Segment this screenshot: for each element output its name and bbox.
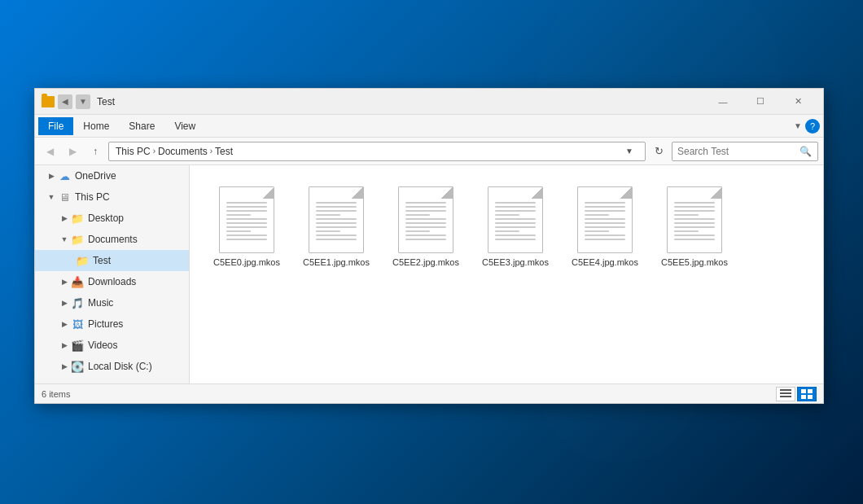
sidebar-item-test[interactable]: 📁 Test bbox=[35, 250, 189, 271]
view-toggle bbox=[776, 387, 817, 401]
menu-tab-file[interactable]: File bbox=[38, 117, 73, 135]
file-thumb-1 bbox=[309, 186, 364, 253]
tile-view-button[interactable] bbox=[797, 387, 817, 401]
sidebar-label-test: Test bbox=[93, 255, 111, 266]
sidebar-item-documents[interactable]: ▼ 📁 Documents bbox=[35, 229, 189, 250]
doc-lines-4 bbox=[585, 202, 625, 243]
file-thumb-0 bbox=[219, 186, 274, 253]
sidebar-label-desktop: Desktop bbox=[88, 213, 124, 224]
doc-lines-1 bbox=[316, 202, 357, 243]
doc-lines-0 bbox=[226, 202, 267, 243]
window-title: Test bbox=[97, 96, 704, 107]
status-bar: 6 items bbox=[35, 383, 823, 403]
file-item-5[interactable]: C5EE5.jpg.mkos bbox=[654, 182, 735, 273]
file-item-2[interactable]: C5EE2.jpg.mkos bbox=[385, 182, 467, 273]
address-bar: ◀ ▶ ↑ This PC › Documents › Test ▼ ↻ 🔍 bbox=[35, 138, 823, 165]
sidebar-item-videos[interactable]: ▶ 🎬 Videos bbox=[35, 335, 189, 356]
list-view-button[interactable] bbox=[776, 387, 795, 401]
title-back-icon: ◀ bbox=[58, 94, 72, 109]
address-path[interactable]: This PC › Documents › Test ▼ bbox=[108, 142, 646, 161]
file-name-1: C5EE1.jpg.mkos bbox=[303, 256, 370, 268]
file-item-1[interactable]: C5EE1.jpg.mkos bbox=[296, 182, 377, 273]
expand-arrow-desktop[interactable]: ▶ bbox=[59, 213, 69, 223]
menu-tab-view[interactable]: View bbox=[164, 117, 205, 135]
search-input[interactable] bbox=[677, 146, 799, 157]
path-test[interactable]: Test bbox=[215, 146, 233, 157]
file-thumb-3 bbox=[488, 186, 543, 253]
file-name-4: C5EE4.jpg.mkos bbox=[572, 256, 638, 268]
file-item-3[interactable]: C5EE3.jpg.mkos bbox=[475, 182, 556, 273]
svg-rect-5 bbox=[801, 395, 806, 399]
close-button[interactable]: ✕ bbox=[779, 89, 817, 115]
title-bar-icons: ◀ ▼ bbox=[42, 94, 90, 109]
sidebar: ▶ ☁ OneDrive ▼ 🖥 This PC ▶ 📁 Desktop ▼ 📁… bbox=[35, 165, 190, 383]
sidebar-label-this-pc: This PC bbox=[75, 191, 110, 203]
title-bar: ◀ ▼ Test — ☐ ✕ bbox=[35, 89, 823, 115]
file-name-3: C5EE3.jpg.mkos bbox=[482, 256, 549, 268]
sidebar-label-pictures: Pictures bbox=[88, 318, 123, 330]
doc-lines-3 bbox=[495, 202, 536, 243]
expand-arrow-this-pc[interactable]: ▼ bbox=[46, 192, 56, 202]
path-this-pc[interactable]: This PC bbox=[116, 146, 151, 157]
up-button[interactable]: ↑ bbox=[85, 142, 105, 161]
this-pc-icon: 🖥 bbox=[58, 191, 71, 204]
address-dropdown-arrow[interactable]: ▼ bbox=[625, 147, 638, 156]
menu-tab-share[interactable]: Share bbox=[119, 117, 164, 135]
test-folder-icon: 📁 bbox=[76, 254, 89, 267]
search-icon[interactable]: 🔍 bbox=[799, 146, 812, 157]
menu-bar: File Home Share View ▼ ? bbox=[35, 115, 823, 138]
music-folder-icon: 🎵 bbox=[71, 296, 84, 309]
file-name-5: C5EE5.jpg.mkos bbox=[661, 256, 728, 268]
file-explorer-window: ◀ ▼ Test — ☐ ✕ File Home Share View ▼ ? … bbox=[34, 88, 824, 404]
expand-arrow-onedrive[interactable]: ▶ bbox=[46, 171, 56, 181]
file-item-0[interactable]: C5EE0.jpg.mkos bbox=[206, 182, 287, 273]
sidebar-item-music[interactable]: ▶ 🎵 Music bbox=[35, 292, 189, 313]
search-box[interactable]: 🔍 bbox=[672, 142, 818, 161]
downloads-folder-icon: 📥 bbox=[71, 275, 84, 288]
svg-rect-4 bbox=[808, 389, 813, 393]
help-button[interactable]: ? bbox=[805, 119, 820, 134]
svg-rect-1 bbox=[780, 392, 791, 394]
expand-arrow-downloads[interactable]: ▶ bbox=[59, 277, 69, 287]
onedrive-icon: ☁ bbox=[58, 169, 71, 182]
minimize-button[interactable]: — bbox=[704, 89, 742, 115]
back-button[interactable]: ◀ bbox=[40, 142, 59, 161]
expand-arrow-local-disk[interactable]: ▶ bbox=[59, 362, 69, 371]
doc-page-5 bbox=[667, 186, 722, 253]
maximize-button[interactable]: ☐ bbox=[742, 89, 779, 115]
window-controls: — ☐ ✕ bbox=[704, 89, 817, 115]
title-fwd-icon: ▼ bbox=[76, 94, 90, 109]
file-name-0: C5EE0.jpg.mkos bbox=[213, 256, 280, 268]
sidebar-item-desktop[interactable]: ▶ 📁 Desktop bbox=[35, 208, 189, 229]
doc-page-2 bbox=[398, 186, 453, 253]
expand-arrow-documents[interactable]: ▼ bbox=[59, 234, 69, 244]
doc-lines-2 bbox=[405, 202, 446, 243]
sidebar-label-music: Music bbox=[88, 297, 113, 309]
sidebar-item-local-disk[interactable]: ▶ 💽 Local Disk (C:) bbox=[35, 356, 189, 377]
sidebar-item-this-pc[interactable]: ▼ 🖥 This PC bbox=[35, 186, 189, 208]
expand-arrow-music[interactable]: ▶ bbox=[59, 298, 69, 308]
sidebar-item-downloads[interactable]: ▶ 📥 Downloads bbox=[35, 271, 189, 292]
menu-dropdown-arrow[interactable]: ▼ bbox=[794, 121, 802, 130]
file-name-2: C5EE2.jpg.mkos bbox=[392, 256, 459, 268]
refresh-button[interactable]: ↻ bbox=[649, 142, 668, 161]
main-area: ▶ ☁ OneDrive ▼ 🖥 This PC ▶ 📁 Desktop ▼ 📁… bbox=[35, 165, 823, 383]
menu-bar-right: ▼ ? bbox=[794, 119, 820, 134]
forward-button[interactable]: ▶ bbox=[63, 142, 82, 161]
path-documents[interactable]: Documents bbox=[158, 146, 208, 157]
sidebar-label-onedrive: OneDrive bbox=[75, 170, 116, 182]
file-thumb-2 bbox=[398, 186, 453, 253]
menu-tab-home[interactable]: Home bbox=[73, 117, 119, 135]
expand-arrow-pictures[interactable]: ▶ bbox=[59, 319, 69, 329]
sidebar-item-onedrive[interactable]: ▶ ☁ OneDrive bbox=[35, 165, 189, 186]
sidebar-item-pictures[interactable]: ▶ 🖼 Pictures bbox=[35, 313, 189, 335]
folder-title-icon bbox=[42, 96, 55, 107]
sidebar-label-downloads: Downloads bbox=[88, 276, 136, 287]
desktop-folder-icon: 📁 bbox=[71, 212, 84, 225]
sidebar-label-documents: Documents bbox=[88, 234, 138, 245]
doc-page-3 bbox=[488, 186, 543, 253]
file-item-4[interactable]: C5EE4.jpg.mkos bbox=[564, 182, 646, 273]
doc-page-1 bbox=[309, 186, 364, 253]
svg-rect-3 bbox=[801, 389, 806, 393]
expand-arrow-videos[interactable]: ▶ bbox=[59, 340, 69, 350]
